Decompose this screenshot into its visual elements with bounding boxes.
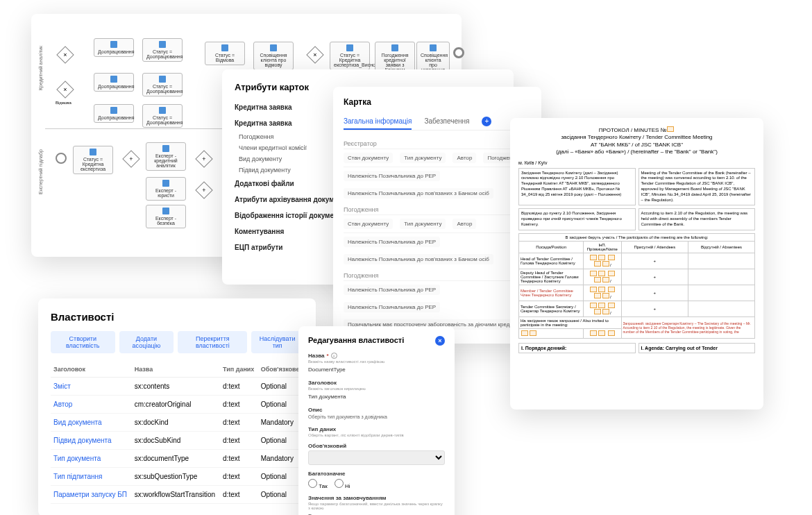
diagram-node: Статус = Кредитна експертиза_Висновок <box>330 42 370 70</box>
card-field[interactable]: Належність Позичальника до пов'язаних з … <box>344 254 493 264</box>
card-tabs: Загальна інформація Забезпечення + <box>344 114 531 130</box>
protocol-text-ua: Засідання Тендерного Комітету (далі – За… <box>518 168 636 206</box>
radio-yes[interactable] <box>308 479 317 488</box>
diagram-node: Сповіщення клієнта про відмову <box>253 42 294 70</box>
gateway: + <box>195 181 212 199</box>
card-field[interactable]: Належність Позичальника до пов'язаних з … <box>344 188 493 199</box>
swimlane-label-1: Кредитний аналітик <box>38 46 43 90</box>
card-field[interactable]: Належність Позичальника до РЕР <box>344 302 440 312</box>
diagram-node: Статус = Кредитна експертиза <box>73 146 113 174</box>
table-row: Тип документаsx:documentTyped:textMandat… <box>51 450 303 468</box>
properties-table: ЗаголовокНазваТип данихОбов'язкове Зміст… <box>51 362 303 504</box>
override-property-button[interactable]: Перекриття властивості <box>178 331 247 353</box>
gateway: + <box>195 150 212 167</box>
table-row: Deputy Head of Tender Committee / Заступ… <box>519 269 755 285</box>
diagram-node: Доопрацювання <box>94 38 134 57</box>
gateway-label: Відмова <box>56 101 71 105</box>
card-field[interactable]: Тип документу <box>400 219 446 229</box>
diagram-node: Доопрацювання <box>94 104 134 123</box>
start-event <box>56 153 67 164</box>
close-icon[interactable]: × <box>435 336 445 346</box>
gateway: + <box>122 150 139 167</box>
protocol-text-en: According to item 2.10 of the Regulation… <box>638 208 756 230</box>
card-field[interactable]: Належність Позичальника до РЕР <box>344 285 440 295</box>
protocol-document: ПРОТОКОЛ / MINUTES № засідання Тендерног… <box>510 118 763 410</box>
table-row: Змістsx:contentsd:textOptional <box>51 378 303 396</box>
table-row: Підвид документаsx:docSubKindd:textOptio… <box>51 432 303 450</box>
agenda-ua: І. Порядок денний: <box>518 343 636 353</box>
card-field[interactable]: Автор <box>452 153 476 163</box>
diagram-node: Статус = Доопрацювання <box>142 73 183 96</box>
diagram-node: Доопрацювання <box>94 73 134 92</box>
protocol-city: м. Київ / Kyiv <box>518 160 755 165</box>
inherit-type-button[interactable]: Наслідувати тип <box>251 331 303 353</box>
agenda-en: I. Agenda: Carrying out of Tender <box>638 343 756 353</box>
add-association-button[interactable]: Додати асоціацію <box>119 331 174 353</box>
group-label: Погодження <box>344 268 531 280</box>
gateway: × <box>306 46 323 63</box>
tab-general[interactable]: Загальна інформація <box>344 114 412 130</box>
diagram-node: Експерт - кредитний аналітик <box>146 142 186 171</box>
group-label: Погодження <box>344 202 531 214</box>
panel-title: Картка <box>344 97 531 107</box>
diagram-node: Експерт - юристи <box>146 177 186 201</box>
table-row: Авторcm:creatorOriginald:textOptional <box>51 396 303 414</box>
diagram-node: Статус = Відмова <box>205 42 245 65</box>
diagram-node: Статус = Доопрацювання <box>142 104 183 128</box>
create-property-button[interactable]: Створити властивість <box>51 331 115 353</box>
protocol-title: ПРОТОКОЛ / MINUTES № <box>599 127 666 133</box>
diagram-node: Експерт - безпека <box>146 205 186 228</box>
properties-panel: Властивості Створити властивість Додати … <box>38 298 316 515</box>
table-row: Тип підпитанняsx:subQuestionTyped:textOp… <box>51 468 303 486</box>
info-icon: i <box>331 353 337 359</box>
table-row: Параметри запуску БПsx:workflowStartTran… <box>51 486 303 504</box>
swimlane-label-2: Експертний підлабр <box>38 149 43 194</box>
header-value: Тип документа <box>308 392 445 401</box>
card-field[interactable]: Автор <box>452 219 476 229</box>
protocol-text-en: Meeting of the Tender Committee of the B… <box>638 168 756 206</box>
mandatory-select[interactable] <box>308 450 445 465</box>
group-label: Реєстратор <box>344 136 531 149</box>
default-value: Тип документа <box>308 512 445 515</box>
table-row: Member / Tender Committee Член Тендерног… <box>519 285 755 301</box>
end-event <box>453 47 464 58</box>
multi-radio-group: Так Ні <box>308 479 445 489</box>
card-field[interactable]: Належність Позичальника до РЕР <box>344 171 440 181</box>
protocol-text-ua: Відповідно до пункту 2.10 Положення, Зас… <box>518 208 636 230</box>
card-field[interactable]: Стан документу <box>344 153 393 163</box>
tab-collateral[interactable]: Забезпечення <box>424 114 469 130</box>
panel-title: Властивості <box>51 311 303 323</box>
card-field[interactable]: Стан документу <box>344 219 393 229</box>
radio-no[interactable] <box>335 479 344 488</box>
table-row: Вид документаsx:docKindd:textMandatory <box>51 414 303 432</box>
card-field[interactable]: Належність Позичальника до РЕР <box>344 237 440 247</box>
gateway: × <box>56 81 74 98</box>
table-row: Tender Committee Secretary / Секретар Те… <box>519 301 755 316</box>
edit-property-dialog: Редагування властивості× Назва*i Вкажіть… <box>298 326 455 515</box>
gateway: × <box>56 46 74 63</box>
table-row: Head of Tender Committee / Голова Тендер… <box>519 253 755 269</box>
dialog-title: Редагування властивості <box>308 336 404 346</box>
add-tab-button[interactable]: + <box>482 117 491 126</box>
participants-table: В засіданні беруть участь / The particip… <box>518 233 755 339</box>
desc-value: Оберіть тип документа з довідника <box>308 413 445 421</box>
name-value: DocumentType <box>308 365 445 374</box>
card-field[interactable]: Тип документу <box>400 153 446 163</box>
diagram-node: Статус = Доопрацювання <box>142 38 183 62</box>
